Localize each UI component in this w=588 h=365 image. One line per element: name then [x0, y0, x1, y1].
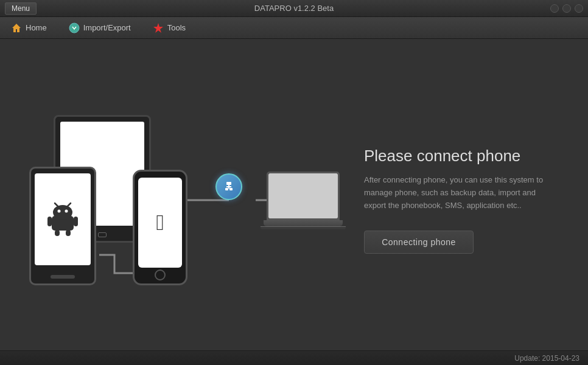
- close-button[interactable]: [575, 4, 583, 13]
- tools-icon: [153, 23, 164, 33]
- laptop-device: [267, 172, 340, 229]
- svg-rect-11: [55, 230, 60, 236]
- nav-import-export[interactable]: Import/Export: [64, 20, 136, 36]
- laptop-screen: [267, 172, 340, 220]
- nav-tools-label: Tools: [167, 23, 186, 32]
- laptop-display: [268, 173, 338, 218]
- apple-logo: : [156, 210, 164, 235]
- iphone-home-button: [155, 269, 166, 280]
- nav-home-label: Home: [26, 23, 47, 32]
- nav-bar: Home Import/Export Tools: [0, 17, 588, 39]
- usb-icon: [222, 180, 236, 193]
- svg-point-6: [65, 209, 68, 212]
- laptop-bottom: [261, 226, 346, 229]
- title-bar: Menu DATAPRO v1.2.2 Beta: [0, 0, 588, 17]
- connect-heading: Please connect phone: [364, 147, 559, 165]
- svg-marker-0: [12, 24, 21, 32]
- menu-button[interactable]: Menu: [5, 2, 37, 15]
- home-icon: [11, 23, 22, 33]
- svg-line-8: [68, 203, 71, 206]
- svg-line-7: [55, 203, 58, 206]
- usb-connector: [215, 173, 242, 200]
- app-title: DATAPRO v1.2.2 Beta: [254, 4, 334, 13]
- device-illustration: : [29, 115, 340, 285]
- nav-import-label: Import/Export: [83, 23, 131, 32]
- svg-rect-12: [66, 230, 71, 236]
- android-home-bar: [51, 275, 75, 279]
- minimize-button[interactable]: [550, 4, 559, 13]
- devices-group: : [29, 115, 187, 285]
- svg-rect-16: [226, 182, 231, 185]
- nav-tools[interactable]: Tools: [148, 20, 191, 36]
- svg-rect-10: [74, 217, 78, 226]
- nav-home[interactable]: Home: [6, 20, 52, 36]
- svg-point-5: [58, 209, 61, 212]
- window-controls: [550, 4, 583, 13]
- maximize-button[interactable]: [562, 4, 571, 13]
- android-screen: [35, 173, 91, 265]
- laptop-base: [264, 220, 343, 226]
- tablet-home-button: [98, 232, 107, 237]
- android-phone: [29, 167, 96, 285]
- iphone-screen: : [138, 178, 182, 268]
- android-logo: [44, 201, 81, 238]
- iphone-device: : [133, 170, 187, 285]
- main-content: : [0, 39, 588, 361]
- connecting-phone-button[interactable]: Connecting phone: [364, 231, 474, 254]
- svg-point-4: [53, 205, 72, 220]
- import-export-icon: [69, 23, 80, 33]
- connect-description: After connecting phone, you can use this…: [364, 174, 559, 212]
- svg-rect-19: [225, 188, 228, 190]
- svg-marker-2: [153, 23, 163, 33]
- update-text: Update: 2015-04-23: [514, 354, 579, 363]
- svg-rect-9: [47, 217, 52, 226]
- info-panel: Please connect phone After connecting ph…: [364, 147, 559, 253]
- svg-rect-20: [229, 188, 233, 190]
- status-bar: Update: 2015-04-23: [0, 350, 588, 365]
